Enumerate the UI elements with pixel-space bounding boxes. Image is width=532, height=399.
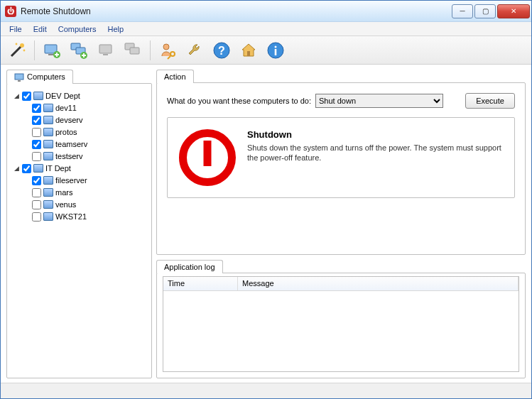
monitor-icon	[43, 140, 53, 148]
svg-rect-11	[103, 54, 108, 55]
item-label: protos	[55, 128, 77, 136]
monitor-icon	[14, 73, 24, 82]
tab-action[interactable]: Action	[156, 70, 194, 83]
tree-item[interactable]: dev11	[23, 102, 147, 114]
group-label: IT Dept	[45, 164, 71, 173]
item-checkbox[interactable]	[32, 140, 41, 149]
item-label: mars	[55, 188, 72, 197]
svg-rect-22	[275, 49, 277, 55]
monitors-plus-icon	[69, 40, 89, 60]
add-computer-button[interactable]	[40, 38, 64, 62]
item-label: fileserver	[55, 176, 87, 185]
help-button[interactable]: ?	[210, 38, 234, 62]
svg-rect-10	[99, 45, 112, 53]
action-description-box: Shutdown Shuts down the system and turns…	[167, 117, 515, 198]
settings-button[interactable]	[183, 38, 207, 62]
computer-tree[interactable]: DEV Deptdev11devservprotosteamservtestse…	[7, 84, 151, 378]
home-button[interactable]	[237, 38, 261, 62]
svg-point-14	[163, 44, 169, 50]
svg-line-0	[11, 46, 21, 56]
expand-icon[interactable]	[13, 165, 20, 172]
item-label: devserv	[55, 116, 83, 124]
tab-computers[interactable]: Computers	[6, 70, 73, 84]
log-header: Time Message	[163, 277, 519, 291]
item-checkbox[interactable]	[32, 200, 41, 209]
minimize-button[interactable]: ─	[452, 4, 473, 18]
action-desc-title: Shutdown	[247, 129, 503, 140]
svg-point-15	[170, 52, 175, 56]
close-button[interactable]: ✕	[497, 4, 530, 18]
user-key-icon	[158, 40, 178, 60]
item-checkbox[interactable]	[32, 104, 41, 113]
add-group-button[interactable]	[67, 38, 91, 62]
action-prompt: What do you want these computers to do:	[167, 97, 311, 105]
tree-item[interactable]: mars	[23, 187, 147, 198]
menu-computers[interactable]: Computers	[53, 23, 102, 35]
maximize-button[interactable]: ▢	[474, 4, 496, 18]
expand-icon[interactable]	[13, 92, 20, 99]
tree-item[interactable]: WKST21	[23, 211, 147, 222]
item-label: dev11	[55, 104, 77, 112]
monitor-icon	[43, 188, 53, 197]
users-button[interactable]	[156, 38, 180, 62]
titlebar: ⏻ Remote Shutdown ─ ▢ ✕	[1, 1, 531, 22]
tree-group[interactable]: IT Dept	[13, 163, 147, 174]
execute-button[interactable]: Execute	[465, 93, 515, 109]
menu-help[interactable]: Help	[102, 23, 130, 35]
item-label: WKST21	[55, 212, 87, 221]
item-label: venus	[55, 200, 76, 209]
svg-point-3	[23, 49, 26, 51]
window-title: Remote Shutdown	[21, 6, 450, 16]
log-col-time[interactable]: Time	[163, 277, 238, 290]
svg-rect-23	[15, 74, 23, 80]
tab-log[interactable]: Application log	[156, 260, 223, 273]
main-panel: Action What do you want these computers …	[156, 69, 526, 378]
svg-text:?: ?	[218, 45, 225, 57]
tree-item[interactable]: devserv	[23, 114, 147, 126]
group-checkbox[interactable]	[22, 164, 31, 173]
statusbar	[1, 383, 531, 398]
tree-group[interactable]: DEV Dept	[13, 90, 147, 102]
tree-item[interactable]: venus	[23, 199, 147, 210]
action-select[interactable]: Shut down	[315, 94, 443, 108]
log-col-message[interactable]: Message	[238, 277, 519, 290]
item-checkbox[interactable]	[32, 188, 41, 197]
group-label: DEV Dept	[45, 92, 80, 100]
item-checkbox[interactable]	[32, 176, 41, 185]
power-icon	[179, 129, 236, 186]
sidebar: Computers DEV Deptdev11devservprotosteam…	[6, 69, 152, 378]
item-checkbox[interactable]	[32, 212, 41, 222]
monitor-icon	[43, 116, 53, 124]
group-checkbox[interactable]	[22, 92, 31, 101]
wizard-button[interactable]	[5, 38, 29, 62]
tree-item[interactable]: fileserver	[23, 175, 147, 186]
tree-item[interactable]: testserv	[23, 151, 147, 162]
monitor-icon	[43, 104, 53, 112]
menu-file[interactable]: File	[4, 23, 28, 35]
monitors-gray-icon	[123, 40, 143, 60]
monitor-icon	[33, 164, 43, 173]
edit-group-button[interactable]	[121, 38, 145, 62]
action-desc-body: Shuts down the system and turns off the …	[247, 143, 503, 163]
log-table: Time Message	[163, 276, 519, 372]
about-button[interactable]	[264, 38, 288, 62]
item-label: teamserv	[55, 140, 87, 148]
monitor-plus-icon	[42, 40, 62, 60]
item-checkbox[interactable]	[32, 128, 41, 137]
svg-rect-13	[130, 48, 139, 54]
monitor-icon	[43, 152, 53, 160]
tree-item[interactable]: teamserv	[23, 138, 147, 150]
edit-computer-button[interactable]	[94, 38, 118, 62]
svg-point-2	[16, 43, 18, 45]
tree-item[interactable]: protos	[23, 126, 147, 138]
monitor-icon	[43, 212, 53, 221]
toolbar: ?	[1, 36, 531, 65]
menubar: File Edit Computers Help	[1, 22, 531, 36]
info-icon	[266, 40, 286, 60]
app-icon: ⏻	[5, 6, 16, 17]
svg-point-1	[20, 43, 24, 48]
tab-computers-label: Computers	[27, 72, 65, 81]
item-checkbox[interactable]	[32, 152, 41, 161]
menu-edit[interactable]: Edit	[28, 23, 53, 35]
item-checkbox[interactable]	[32, 116, 41, 125]
